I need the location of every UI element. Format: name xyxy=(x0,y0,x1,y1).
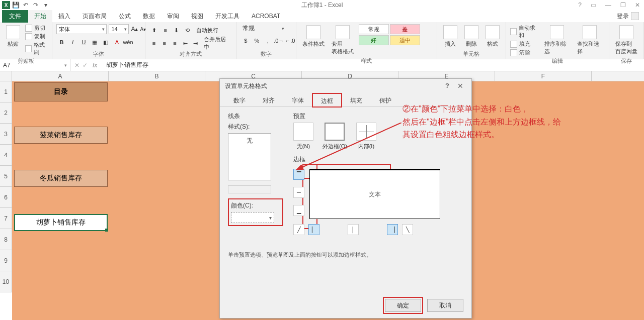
border-button[interactable]: ▦ xyxy=(90,37,100,47)
row-header-8[interactable]: 8 xyxy=(0,229,12,250)
border-right-button[interactable]: ▕ xyxy=(387,224,398,235)
col-header-B[interactable]: B xyxy=(109,71,205,81)
enter-formula-icon[interactable]: ✓ xyxy=(83,62,88,69)
tab-review[interactable]: 审阅 xyxy=(161,10,185,23)
redo-icon[interactable]: ↷ xyxy=(31,1,40,10)
col-header-A[interactable]: A xyxy=(12,71,109,81)
copy-button[interactable]: 复制 xyxy=(25,33,48,40)
format-cells-button[interactable]: 格式 xyxy=(484,24,502,49)
close-icon[interactable]: ✕ xyxy=(633,2,642,9)
italic-button[interactable]: I xyxy=(67,37,77,47)
font-color-button[interactable]: A xyxy=(112,37,122,47)
tab-acrobat[interactable]: ACROBAT xyxy=(246,11,286,22)
paste-button[interactable]: 粘贴 xyxy=(4,24,22,49)
align-top-icon[interactable]: ⬆ xyxy=(149,25,159,35)
table-format-button[interactable]: 套用 表格格式 xyxy=(330,24,356,56)
help-icon[interactable]: ? xyxy=(576,2,584,9)
cell-A7-selected[interactable]: 胡萝卜销售库存 xyxy=(14,214,108,231)
find-select-button[interactable]: 查找和选择 xyxy=(575,24,605,56)
align-left-icon[interactable]: ≡ xyxy=(149,38,159,48)
tab-view[interactable]: 视图 xyxy=(185,10,209,23)
row-header-3[interactable]: 3 xyxy=(0,124,12,145)
preset-none-button[interactable]: 无(N) xyxy=(293,123,313,150)
indent-inc-icon[interactable]: ⇥ xyxy=(191,38,201,48)
cell-style-bad[interactable]: 差 xyxy=(390,24,420,34)
insert-cells-button[interactable]: 插入 xyxy=(441,24,459,49)
fill-color-button[interactable]: ◧ xyxy=(101,37,111,47)
dlg-tab-font[interactable]: 字体 xyxy=(283,93,312,106)
cell-style-normal[interactable]: 常规 xyxy=(359,24,389,34)
minimize-icon[interactable]: — xyxy=(603,2,613,9)
clear-button[interactable]: 清除 xyxy=(510,49,539,56)
dialog-help-icon[interactable]: ? xyxy=(445,82,449,90)
cut-button[interactable]: 剪切 xyxy=(25,24,48,32)
percent-icon[interactable]: % xyxy=(252,36,262,46)
cell-A1[interactable]: 目录 xyxy=(14,82,108,101)
row-header-4[interactable]: 4 xyxy=(0,145,12,166)
save-icon[interactable]: 💾 xyxy=(11,1,20,10)
border-vmid-button[interactable]: │ xyxy=(348,224,359,235)
row-header-1[interactable]: 1 xyxy=(0,81,12,102)
row-header-6[interactable]: 6 xyxy=(0,187,12,208)
dlg-tab-border[interactable]: 边框 xyxy=(312,93,342,107)
tab-insert[interactable]: 插入 xyxy=(52,10,76,23)
wrap-text-button[interactable]: 自动换行 xyxy=(194,25,221,35)
sort-filter-button[interactable]: 排序和筛选 xyxy=(542,24,572,56)
baidu-save-button[interactable]: 保存到 百度网盘 xyxy=(613,24,639,56)
delete-cells-button[interactable]: 删除 xyxy=(462,24,480,49)
align-middle-icon[interactable]: ≡ xyxy=(160,25,171,35)
dec-decimal-icon[interactable]: ←.0 xyxy=(285,36,295,46)
tab-page-layout[interactable]: 页面布局 xyxy=(76,10,113,23)
currency-icon[interactable]: $ xyxy=(240,36,251,46)
border-hmid-button[interactable]: ─ xyxy=(293,187,304,198)
underline-button[interactable]: U xyxy=(78,37,89,47)
border-color-combo[interactable] xyxy=(231,212,274,223)
dlg-tab-number[interactable]: 数字 xyxy=(225,93,254,106)
tab-formulas[interactable]: 公式 xyxy=(113,10,137,23)
format-painter-button[interactable]: 格式刷 xyxy=(25,41,48,56)
comma-icon[interactable]: , xyxy=(263,36,273,46)
ok-button[interactable]: 确定 xyxy=(385,299,421,312)
cell-A3[interactable]: 菠菜销售库存 xyxy=(14,127,108,144)
cancel-formula-icon[interactable]: ✕ xyxy=(74,62,79,69)
preset-inside-button[interactable]: 内部(I) xyxy=(356,123,376,150)
row-header-10[interactable]: 10 xyxy=(0,271,12,292)
login-link[interactable]: 登录 xyxy=(617,12,639,21)
border-left-button[interactable]: ▏ xyxy=(308,224,319,235)
fx-icon[interactable]: fx xyxy=(91,62,99,69)
undo-icon[interactable]: ↶ xyxy=(21,1,30,10)
cell-A5[interactable]: 冬瓜销售库存 xyxy=(14,170,108,187)
border-bottom-button[interactable]: ▁ xyxy=(293,205,304,216)
inc-decimal-icon[interactable]: .0→ xyxy=(274,36,284,46)
preset-outline-button[interactable]: 外边框(O) xyxy=(323,123,347,150)
cell-style-neutral[interactable]: 适中 xyxy=(390,35,420,45)
dlg-tab-protection[interactable]: 保护 xyxy=(371,93,400,106)
fill-button[interactable]: 填充 xyxy=(510,40,539,48)
border-diag-down-button[interactable]: ╲ xyxy=(402,224,413,235)
merge-center-button[interactable]: 合并后居中 xyxy=(201,38,232,48)
conditional-format-button[interactable]: 条件格式 xyxy=(300,24,327,49)
col-header-F[interactable]: F xyxy=(495,71,592,81)
autosum-button[interactable]: 自动求和 xyxy=(510,24,539,39)
border-top-button[interactable]: ▔ xyxy=(293,169,304,180)
align-right-icon[interactable]: ≡ xyxy=(170,38,180,48)
dlg-tab-fill[interactable]: 填充 xyxy=(342,93,371,106)
tab-home[interactable]: 开始 xyxy=(28,10,52,23)
font-size-combo[interactable]: 14 xyxy=(109,24,129,34)
dialog-close-icon[interactable]: ✕ xyxy=(454,82,466,90)
ribbon-options-icon[interactable]: ▭ xyxy=(589,2,598,9)
cancel-button[interactable]: 取消 xyxy=(427,299,463,312)
orientation-icon[interactable]: ⟲ xyxy=(183,25,193,35)
row-header-5[interactable]: 5 xyxy=(0,166,12,187)
select-all-corner[interactable] xyxy=(0,71,12,81)
line-style-listbox[interactable]: 无 xyxy=(228,133,271,180)
row-header-2[interactable]: 2 xyxy=(0,102,12,124)
file-tab[interactable]: 文件 xyxy=(2,10,28,23)
cell-style-good[interactable]: 好 xyxy=(359,35,389,45)
font-name-combo[interactable]: 宋体 xyxy=(56,24,107,34)
number-format-combo[interactable]: 常规 xyxy=(240,24,286,33)
dlg-tab-alignment[interactable]: 对齐 xyxy=(254,93,283,106)
phonetic-button[interactable]: wén xyxy=(123,37,133,47)
align-bottom-icon[interactable]: ⬇ xyxy=(172,25,182,35)
row-header-9[interactable]: 9 xyxy=(0,250,12,271)
